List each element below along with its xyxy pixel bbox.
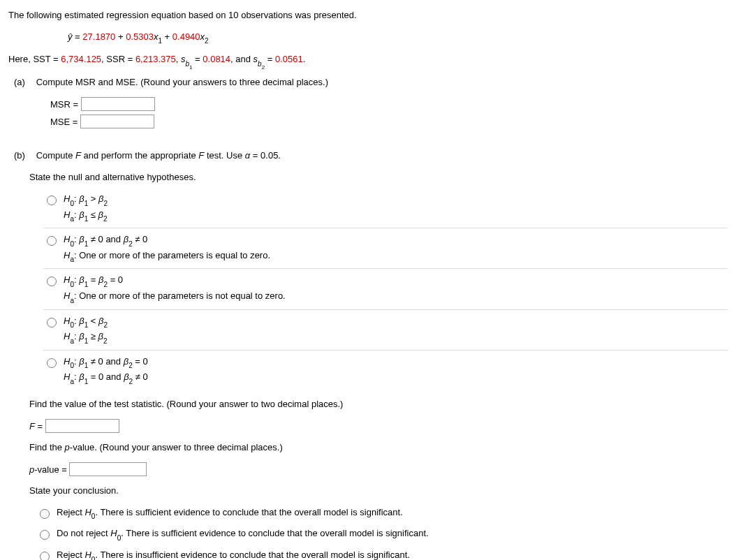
b-text-pre: Compute	[36, 150, 75, 161]
hypothesis-radio-5[interactable]	[47, 358, 57, 368]
hypothesis-text-1: H0: β1 > β2 Ha: β1 ≤ β2	[64, 192, 108, 223]
F-row: F =	[29, 419, 728, 434]
h5-Ha-b1s: 1	[84, 378, 89, 385]
h2-Ha-sub: a	[70, 256, 74, 263]
msr-label: MSR =	[50, 98, 78, 109]
find-pval-post: -value. (Round your answer to three deci…	[70, 442, 283, 452]
h4-Ha-sub: a	[70, 337, 74, 345]
mse-label: MSE =	[50, 117, 78, 127]
c2-pre: Do not reject	[57, 528, 110, 538]
sb1-eq: =	[192, 54, 203, 64]
h5-H0-sub: 0	[70, 362, 74, 369]
h1-Ha-b1s: 1	[84, 215, 89, 223]
h2-H0-b2s: 2	[128, 240, 133, 248]
c3-pre: Reject	[57, 550, 84, 560]
b-F1: F	[75, 150, 81, 161]
hypothesis-text-4: H0: β1 < β2 Ha: β1 ≥ β2	[64, 314, 108, 346]
h3-Ha: H	[64, 290, 70, 301]
conclusion-option-1: Reject H0. There is sufficient evidence …	[36, 506, 728, 523]
h3-H0-end: = 0	[108, 274, 123, 285]
conclusion-radio-3[interactable]	[40, 552, 50, 560]
sb1-val: 0.0814	[203, 54, 230, 64]
h1-H0-sub: 0	[70, 200, 74, 207]
h2-H0-op: ≠ 0 and	[88, 234, 124, 244]
sb1-1: 1	[189, 64, 192, 71]
part-a-label: (a)	[14, 75, 34, 90]
h1-H0: H	[64, 193, 70, 204]
h2-H0: H	[64, 234, 70, 244]
hypothesis-option-2: H0: β1 ≠ 0 and β2 ≠ 0 Ha: One or more of…	[43, 233, 728, 269]
h4-Ha-b1s: 1	[84, 337, 89, 345]
hypothesis-option-3: H0: β1 = β2 = 0 Ha: One or more of the p…	[43, 273, 728, 309]
hypothesis-radio-1[interactable]	[47, 196, 57, 205]
h4-Ha-b2s: 2	[103, 337, 108, 345]
h5-H0-b1: β	[79, 356, 84, 367]
h5-Ha-b2s: 2	[129, 378, 133, 385]
mse-row: MSE =	[50, 115, 728, 129]
h2-H0-b1: β	[79, 234, 84, 244]
sb2-2: 2	[262, 64, 265, 71]
h5-Ha-op: = 0 and	[88, 371, 124, 382]
pval-row: p-value =	[29, 462, 728, 477]
hypothesis-option-4: H0: β1 < β2 Ha: β1 ≥ β2	[43, 314, 728, 351]
sst-prefix: Here, SST =	[8, 54, 61, 64]
conclusion-text-3: Reject H0. There is insufficient evidenc…	[57, 548, 410, 560]
hypothesis-radio-4[interactable]	[47, 318, 57, 327]
h1-Ha-b2s: 2	[103, 215, 108, 223]
find-stat-text: Find the value of the test statistic. (R…	[29, 397, 728, 412]
sb2-eq: =	[265, 54, 275, 64]
x1-sub: 1	[158, 37, 162, 45]
c1-H: H	[84, 507, 91, 517]
h1-H0-b1: β	[79, 193, 84, 204]
b2-val: 0.4940	[172, 31, 200, 42]
pval-input[interactable]	[69, 462, 147, 476]
conclusion-option-2: Do not reject H0. There is sufficient ev…	[36, 526, 728, 544]
h4-Ha-b1: β	[79, 331, 84, 341]
conclusion-radio-2[interactable]	[40, 530, 50, 540]
b-text-post: test. Use	[204, 150, 245, 161]
hypothesis-text-2: H0: β1 ≠ 0 and β2 ≠ 0 Ha: One or more of…	[64, 233, 270, 264]
h5-H0-op: ≠ 0 and	[88, 356, 124, 367]
h3-H0-b1: β	[79, 274, 84, 285]
c1-post: . There is sufficient evidence to conclu…	[95, 507, 402, 517]
h2-H0-b1s: 1	[84, 240, 89, 248]
hypothesis-text-5: H0: β1 ≠ 0 and β2 = 0 Ha: β1 = 0 and β2 …	[64, 355, 148, 386]
h4-Ha-b2: β	[98, 331, 103, 341]
h4-Ha-op: ≥	[88, 331, 98, 341]
h5-H0-b1s: 1	[84, 362, 89, 369]
h5-Ha-sub: a	[70, 378, 74, 385]
h2-H0-end: ≠ 0	[133, 234, 148, 244]
sep-1: ,	[176, 54, 181, 64]
h5-H0: H	[64, 356, 70, 367]
b-text-mid: and perform the appropriate	[81, 150, 198, 161]
F-input[interactable]	[45, 419, 119, 433]
c2-sub: 0	[117, 534, 122, 542]
conclusion-radio-1[interactable]	[40, 509, 50, 519]
plus-2: +	[162, 31, 172, 42]
h1-Ha-sub: a	[70, 215, 74, 223]
h3-H0-sub: 0	[70, 281, 74, 288]
mse-input[interactable]	[80, 115, 154, 128]
c1-pre: Reject	[57, 507, 84, 517]
h5-H0-b2s: 2	[128, 362, 133, 369]
h5-H0-end: = 0	[133, 356, 148, 367]
h5-Ha-b1: β	[79, 371, 84, 382]
hypothesis-radio-3[interactable]	[47, 277, 57, 286]
h3-H0-op: =	[88, 274, 98, 285]
h1-H0-b2s: 2	[103, 200, 108, 207]
h4-Ha: H	[64, 331, 70, 341]
b1-val: 0.5303	[126, 31, 154, 42]
intro-text: The following estimated regression equat…	[8, 8, 728, 23]
hypothesis-option-1: H0: β1 > β2 Ha: β1 ≤ β2	[43, 192, 728, 228]
h5-Ha-b2: β	[124, 371, 128, 382]
msr-row: MSR =	[50, 97, 728, 112]
c1-sub: 0	[91, 513, 96, 520]
hypothesis-radio-2[interactable]	[47, 236, 57, 246]
h1-Ha-b1: β	[79, 209, 84, 220]
msr-input[interactable]	[81, 97, 155, 111]
h3-H0-b1s: 1	[84, 281, 89, 288]
sb2-val: 0.0561	[275, 54, 303, 64]
c2-post: . There is sufficient evidence to conclu…	[121, 528, 428, 538]
h1-H0-op: >	[88, 193, 98, 204]
c3-post: . There is insufficient evidence to conc…	[95, 550, 409, 560]
